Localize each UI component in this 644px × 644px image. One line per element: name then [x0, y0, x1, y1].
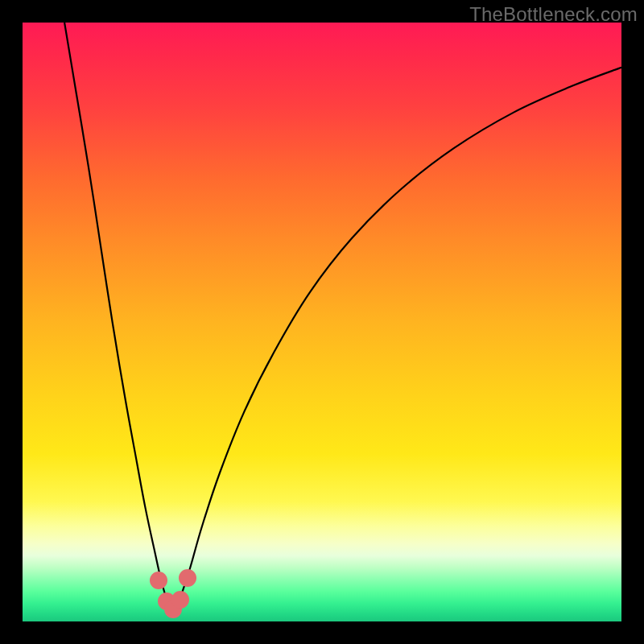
curve-right-branch — [172, 68, 621, 614]
plot-area — [23, 23, 621, 621]
curve-left-branch — [64, 23, 172, 613]
bottleneck-curve — [23, 23, 621, 621]
